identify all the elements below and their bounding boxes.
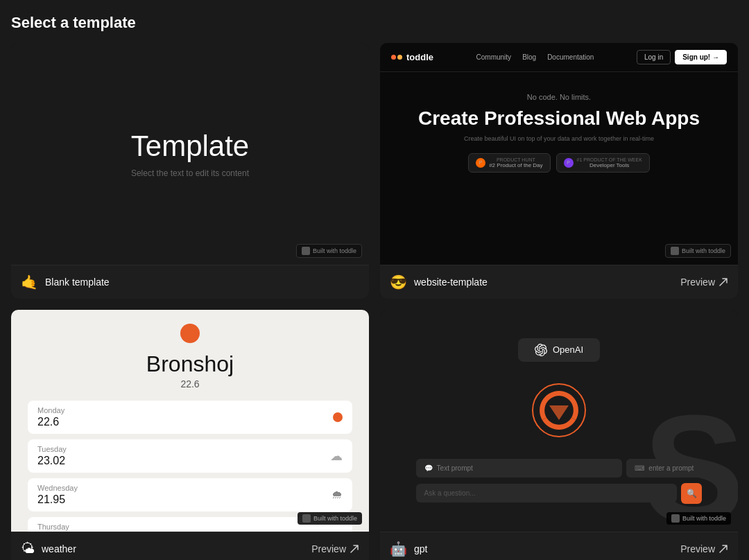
- template-grid: Template Select the text to edit its con…: [0, 43, 749, 560]
- weather-preview-area: Bronshoj 22.6 Monday 22.6 Tuesday 23.02 …: [11, 310, 369, 532]
- badge1-tag: PRODUCT HUNT: [489, 157, 542, 162]
- badge1-label: #2 Product of the Day: [489, 162, 542, 168]
- svg-point-3: [547, 412, 554, 419]
- svg-point-1: [556, 397, 562, 404]
- weather-footer-left: 🌤 weather: [21, 541, 76, 557]
- weather-row-monday: Monday 22.6: [28, 401, 352, 434]
- weather-label: weather: [42, 543, 76, 554]
- enter-prompt-label: enter a prompt: [648, 464, 694, 472]
- website-nav-links: Community Blog Documentation: [476, 53, 594, 61]
- gpt-template-card[interactable]: S OpenAI: [380, 310, 738, 560]
- website-label: website-template: [414, 277, 488, 288]
- ask-question-input: Ask a question...: [416, 484, 678, 502]
- built-badge: Built with toddle: [296, 244, 362, 258]
- website-nav: toddle Community Blog Documentation Log …: [380, 43, 738, 72]
- login-button[interactable]: Log in: [637, 50, 671, 64]
- badge2-label: Developer Tools: [577, 162, 642, 168]
- text-prompt-box: 💬 Text prompt: [416, 459, 623, 478]
- nav-docs: Documentation: [547, 53, 594, 61]
- gpt-label: gpt: [414, 543, 427, 554]
- weather-template-card[interactable]: Bronshoj 22.6 Monday 22.6 Tuesday 23.02 …: [11, 310, 369, 560]
- gpt-preview-link[interactable]: Preview: [680, 543, 728, 554]
- blank-preview-sub: Select the text to edit its content: [131, 168, 249, 178]
- gpt-emoji: 🤖: [390, 541, 407, 557]
- weather-preview-link[interactable]: Preview: [311, 543, 359, 554]
- website-footer-left: 😎 website-template: [390, 274, 488, 290]
- website-card-footer: 😎 website-template Preview: [380, 265, 738, 299]
- nav-community: Community: [476, 53, 512, 61]
- weather-row-wednesday: Wednesday 21.95 🌧: [28, 478, 352, 511]
- built-badge-dot: [302, 247, 310, 255]
- gpt-card-footer: 🤖 gpt Preview: [380, 532, 738, 560]
- blank-emoji: 🤙: [21, 274, 38, 290]
- gpt-ask-row: Ask a question... 🔍: [416, 483, 703, 504]
- badge-developer-tools: P #1 PRODUCT OF THE WEEK Developer Tools: [556, 153, 650, 173]
- website-nav-actions: Log in Sign up! →: [637, 50, 727, 64]
- badge-product-hunt: P PRODUCT HUNT #2 Product of the Day: [468, 153, 550, 173]
- blank-preview-area: Template Select the text to edit its con…: [11, 43, 369, 265]
- openai-logo-icon: [535, 344, 547, 356]
- gpt-input-area: 💬 Text prompt ⌨ enter a prompt Ask a que…: [416, 459, 703, 504]
- gpt-openai-bar: OpenAI: [518, 338, 600, 362]
- badge1-content: PRODUCT HUNT #2 Product of the Day: [489, 157, 542, 168]
- hero-sub: Create beautiful UI on top of your data …: [394, 135, 724, 142]
- website-preview-link[interactable]: Preview: [680, 277, 728, 288]
- page-title: Select a template: [11, 14, 136, 31]
- svg-point-2: [564, 412, 571, 419]
- weather-built-badge: Built with toddle: [298, 512, 362, 525]
- gpt-built-badge: Built with toddle: [666, 512, 731, 525]
- website-logo: toddle: [391, 52, 433, 62]
- toddle-logo-text: toddle: [406, 52, 433, 62]
- website-preview-area: toddle Community Blog Documentation Log …: [380, 43, 738, 265]
- gpt-preview-text: Preview: [680, 543, 715, 554]
- weather-row-tuesday: Tuesday 23.02 ☁: [28, 439, 352, 473]
- hero-title: Create Professional Web Apps: [394, 108, 724, 130]
- toddle-dots: [391, 55, 402, 60]
- weather-external-icon: [350, 544, 359, 554]
- badge2-content: #1 PRODUCT OF THE WEEK Developer Tools: [577, 157, 642, 168]
- gpt-built-dot: [671, 514, 680, 523]
- tuesday-label: Tuesday: [37, 445, 67, 453]
- nav-blog: Blog: [522, 53, 536, 61]
- wednesday-icon: 🌧: [332, 489, 343, 501]
- weather-temp-main: 22.6: [28, 378, 352, 390]
- page-header: Select a template: [0, 0, 749, 43]
- monday-icon: [333, 412, 343, 422]
- external-link-icon: [718, 277, 728, 287]
- badge2-tag: #1 PRODUCT OF THE WEEK: [577, 157, 642, 162]
- developer-tools-icon: P: [564, 158, 574, 168]
- signup-button[interactable]: Sign up! →: [675, 50, 727, 64]
- dot1: [391, 55, 396, 60]
- gpt-footer-left: 🤖 gpt: [390, 541, 427, 557]
- gpt-search-button[interactable]: 🔍: [681, 483, 702, 504]
- openai-text: OpenAI: [553, 344, 583, 355]
- weather-built-text: Built with toddle: [313, 515, 357, 522]
- website-preview-text: Preview: [680, 277, 715, 288]
- ask-placeholder: Ask a question...: [424, 489, 476, 497]
- monday-label: Monday: [37, 406, 64, 414]
- built-text: Built with toddle: [682, 247, 725, 254]
- built-badge-text: Built with toddle: [313, 247, 356, 254]
- dot2: [397, 55, 402, 60]
- monday-temp: 22.6: [37, 416, 64, 428]
- gpt-logo: [531, 383, 587, 438]
- gpt-top-row: 💬 Text prompt ⌨ enter a prompt: [416, 459, 703, 478]
- blank-card-footer: 🤙 Blank template: [11, 265, 369, 299]
- website-template-card[interactable]: toddle Community Blog Documentation Log …: [380, 43, 738, 299]
- wednesday-label: Wednesday: [37, 484, 78, 492]
- thursday-label: Thursday: [37, 523, 69, 531]
- hero-small: No code. No limits.: [394, 93, 724, 101]
- built-dot: [671, 247, 679, 255]
- website-built-badge: Built with toddle: [665, 244, 731, 258]
- gpt-external-icon: [718, 544, 728, 554]
- enter-prompt-box: ⌨ enter a prompt: [626, 459, 702, 478]
- blank-label: Blank template: [45, 277, 110, 288]
- tuesday-temp: 23.02: [37, 455, 67, 467]
- weather-emoji: 🌤: [21, 541, 35, 557]
- tuesday-icon: ☁: [330, 448, 343, 464]
- product-hunt-icon: P: [476, 158, 485, 168]
- weather-card-footer: 🌤 weather Preview: [11, 532, 369, 560]
- blank-template-card[interactable]: Template Select the text to edit its con…: [11, 43, 369, 299]
- website-emoji: 😎: [390, 274, 407, 290]
- website-hero: No code. No limits. Create Professional …: [380, 72, 738, 186]
